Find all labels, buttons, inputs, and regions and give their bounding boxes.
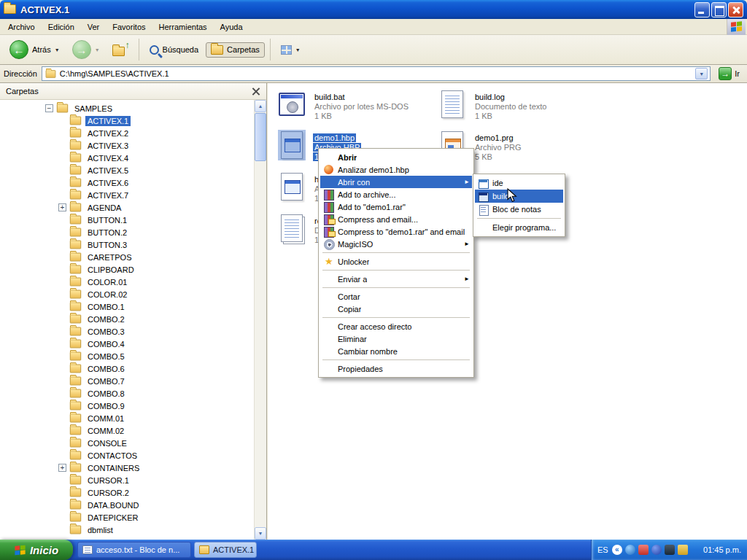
menu-item-magiciso[interactable]: MagicISO►	[320, 238, 472, 250]
scroll-down-icon[interactable]: ▼	[255, 527, 266, 540]
tray-app-3-icon[interactable]	[651, 545, 662, 555]
menu-archivo[interactable]: Archivo	[1, 20, 42, 34]
file-tile-build-bat[interactable]: build.batArchivo por lotes MS-DOS1 KB	[276, 88, 433, 125]
tree-item-cursor-1[interactable]: CURSOR.1	[0, 474, 254, 486]
menu-item-elegir-programa[interactable]: Elegir programa...	[475, 221, 563, 234]
tree-item-samples[interactable]: −SAMPLES	[0, 102, 254, 114]
tree-item-combo-6[interactable]: COMBO.6	[0, 362, 254, 375]
tree-item-activex-7[interactable]: ACTIVEX.7	[0, 189, 254, 201]
language-indicator[interactable]: ES	[597, 545, 608, 554]
tree-item-combo-9[interactable]: COMBO.9	[0, 400, 254, 412]
minimize-button[interactable]	[694, 2, 710, 18]
taskbar-task-activex-1[interactable]: ACTIVEX.1	[194, 542, 257, 558]
expand-icon[interactable]: +	[58, 464, 66, 472]
address-dropdown-button[interactable]: ▼	[695, 68, 708, 79]
start-button[interactable]: Inicio	[0, 540, 73, 560]
back-button[interactable]: ← Atrás ▼	[4, 37, 65, 62]
menu-ayuda[interactable]: Ayuda	[214, 20, 249, 34]
menu-item-abrir[interactable]: Abrir	[320, 151, 472, 163]
tree-item-activex-3[interactable]: ACTIVEX.3	[0, 139, 254, 152]
tree-item-agenda[interactable]: +AGENDA	[0, 201, 254, 214]
tree-item-data-bound[interactable]: DATA.BOUND	[0, 499, 254, 511]
tree-item-color-02[interactable]: COLOR.02	[0, 288, 254, 300]
address-input[interactable]: C:\hmg\SAMPLES\ACTIVEX.1 ▼	[42, 66, 711, 81]
menu-favoritos[interactable]: Favoritos	[106, 20, 152, 34]
tree-item-activex-5[interactable]: ACTIVEX.5	[0, 164, 254, 176]
tree-item-combo-1[interactable]: COMBO.1	[0, 300, 254, 313]
tree-item-combo-2[interactable]: COMBO.2	[0, 313, 254, 325]
menu-item-propiedades[interactable]: Propiedades	[320, 362, 472, 375]
tree-item-containers[interactable]: +CONTAINERS	[0, 462, 254, 474]
menu-item-cortar[interactable]: Cortar	[320, 290, 472, 303]
search-button[interactable]: Búsqueda	[144, 42, 204, 58]
tree-item-clipboard[interactable]: CLIPBOARD	[0, 263, 254, 276]
menu-item-ide[interactable]: ide	[475, 176, 563, 190]
menu-item-build[interactable]: build	[475, 190, 563, 203]
menu-ver[interactable]: Ver	[81, 20, 107, 34]
tree-item-comm-01[interactable]: COMM.01	[0, 412, 254, 424]
menu-item-unlocker[interactable]: Unlocker	[320, 255, 472, 268]
tree-item-combo-5[interactable]: COMBO.5	[0, 350, 254, 362]
tree-item-combo-4[interactable]: COMBO.4	[0, 338, 254, 350]
clock[interactable]: 01:45 p.m.	[703, 545, 741, 554]
tree-item-color-01[interactable]: COLOR.01	[0, 276, 254, 288]
close-button[interactable]	[728, 2, 743, 18]
menu-item-compress-and-email[interactable]: Compress and email...	[320, 213, 472, 225]
tree-item-console[interactable]: CONSOLE	[0, 437, 254, 449]
menu-item-crear-acceso-directo[interactable]: Crear acceso directo	[320, 320, 472, 332]
file-tile-build-log[interactable]: build.logDocumento de texto1 KB	[437, 88, 593, 125]
menu-item-enviar-a[interactable]: Enviar a►	[320, 273, 472, 285]
tray-app-5-icon[interactable]	[678, 545, 688, 555]
folder-icon	[70, 476, 81, 485]
tree-item-label: CURSOR.1	[85, 475, 131, 486]
folders-button[interactable]: Carpetas	[206, 42, 265, 58]
analyzer-icon	[322, 164, 336, 175]
tree-item-combo-7[interactable]: COMBO.7	[0, 375, 254, 387]
maximize-button[interactable]	[711, 2, 727, 18]
tree-item-combo-3[interactable]: COMBO.3	[0, 325, 254, 338]
menu-item-compress-to-demo1-rar-and-email[interactable]: Compress to "demo1.rar" and email	[320, 225, 472, 238]
forward-button[interactable]: → ▼	[67, 37, 105, 62]
menu-edici-n[interactable]: Edición	[42, 20, 81, 34]
tree-item-activex-2[interactable]: ACTIVEX.2	[0, 127, 254, 139]
tree-item-activex-4[interactable]: ACTIVEX.4	[0, 152, 254, 164]
tree-item-button-2[interactable]: BUTTON.2	[0, 226, 254, 238]
up-button[interactable]: ↑	[107, 40, 133, 59]
scroll-up-icon[interactable]: ▲	[255, 100, 266, 112]
go-button[interactable]: → Ir	[715, 67, 743, 80]
tray-app-2-icon[interactable]	[638, 545, 649, 555]
tray-app-4-icon[interactable]	[665, 545, 675, 555]
tree-item-button-1[interactable]: BUTTON.1	[0, 214, 254, 226]
tree-item-comm-02[interactable]: COMM.02	[0, 424, 254, 437]
menu-item-cambiar-nombre[interactable]: Cambiar nombre	[320, 345, 472, 357]
expand-icon[interactable]: +	[58, 203, 66, 211]
tree-item-button-3[interactable]: BUTTON.3	[0, 238, 254, 251]
menu-item-copiar[interactable]: Copiar	[320, 303, 472, 315]
scrollbar-thumb[interactable]	[255, 113, 266, 161]
back-dropdown-icon[interactable]: ▼	[55, 47, 60, 52]
taskbar-task-acceso-txt-bloc-de-n[interactable]: acceso.txt - Bloc de n...	[77, 542, 191, 558]
menu-item-add-to-archive[interactable]: Add to archive...	[320, 188, 472, 201]
collapse-icon[interactable]: −	[45, 104, 53, 112]
menu-item-bloc-de-notas[interactable]: Bloc de notas	[475, 203, 563, 216]
menu-item-analizar-demo1-hbp[interactable]: Analizar demo1.hbp	[320, 163, 472, 176]
tree-item-activex-1[interactable]: ACTIVEX.1	[0, 114, 254, 127]
tree-item-caretpos[interactable]: CARETPOS	[0, 251, 254, 263]
tree-item-contactos[interactable]: CONTACTOS	[0, 449, 254, 462]
tree-item-combo-8[interactable]: COMBO.8	[0, 387, 254, 400]
folder-icon	[70, 427, 81, 435]
tree-item-cursor-2[interactable]: CURSOR.2	[0, 486, 254, 499]
views-button[interactable]: ▼	[276, 42, 306, 58]
views-dropdown-icon[interactable]: ▼	[295, 47, 301, 52]
tree-item-datepicker[interactable]: DATEPICKER	[0, 511, 254, 524]
folders-panel-close-icon[interactable]	[252, 87, 260, 96]
menu-item-abrir-con[interactable]: Abrir con►	[320, 176, 472, 188]
menu-herramientas[interactable]: Herramientas	[152, 20, 214, 34]
tray-app-1-icon[interactable]	[625, 545, 635, 555]
tree-item-dbmlist[interactable]: dbmlist	[0, 524, 254, 536]
menu-item-eliminar[interactable]: Eliminar	[320, 332, 472, 345]
hide-icons-chevron-icon[interactable]: «	[612, 545, 622, 555]
menu-item-add-to-demo1-rar[interactable]: Add to "demo1.rar"	[320, 201, 472, 213]
tree-scrollbar[interactable]: ▲ ▼	[254, 100, 266, 540]
tree-item-activex-6[interactable]: ACTIVEX.6	[0, 176, 254, 189]
